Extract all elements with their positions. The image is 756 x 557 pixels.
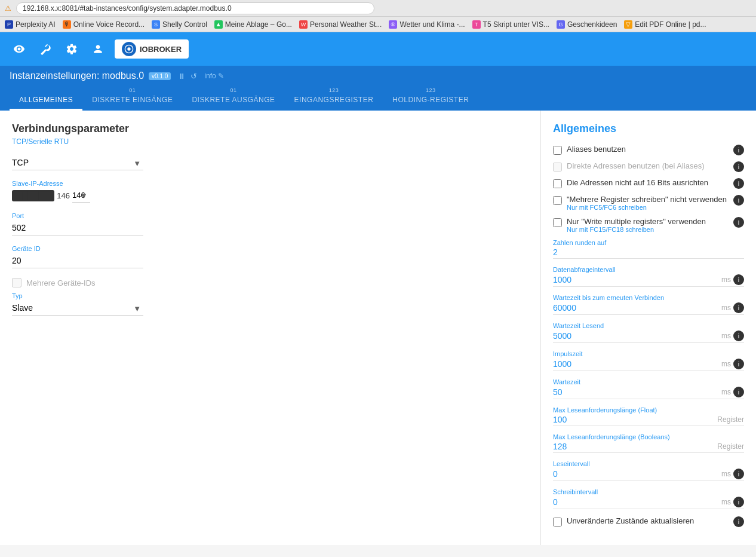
write-multiple-info-icon[interactable]: i	[733, 217, 744, 228]
typ-select[interactable]: Slave Master	[12, 301, 143, 316]
bookmark-perplexity[interactable]: P Perplexity AI	[5, 20, 56, 29]
right-panel: Allgemeines Aliases benutzen i Direkte A…	[541, 111, 756, 545]
max-booleans-value-line: 128 Register	[553, 442, 744, 453]
mehrere-register-row: "Mehrere Register schreiben" nicht verwe…	[553, 195, 744, 211]
refresh-icon[interactable]: ↺	[190, 72, 197, 81]
leseintervall-info-icon[interactable]: i	[733, 469, 744, 479]
impulszeit-value-line: 1000 ms i	[553, 359, 744, 371]
schreibintervall-label: Schreibintervall	[553, 488, 744, 495]
main-content: Verbindungsparameter TCP/Serielle RTU TC…	[0, 111, 756, 545]
tab-diskrete-eingaenge-label: DISKRETE EINGÄNGE	[92, 96, 173, 104]
zahlen-runden-label: Zahlen runden auf	[553, 239, 744, 246]
bookmark-shelly[interactable]: S Shelly Control	[152, 20, 207, 29]
schreibintervall-value-line: 0 ms i	[553, 497, 744, 509]
ip-select[interactable]: 146	[72, 188, 90, 203]
mehrere-register-info-icon[interactable]: i	[733, 195, 744, 206]
tab-holding-register[interactable]: 123 HOLDING-REGISTER	[383, 86, 478, 111]
version-badge: v0.1.0	[149, 72, 171, 80]
pause-icon[interactable]: ⏸	[178, 72, 186, 81]
geschenk-icon: G	[557, 20, 565, 29]
write-multiple-content: Nur "Write multiple registers" verwenden…	[567, 217, 729, 233]
direkte-info-icon[interactable]: i	[733, 161, 744, 172]
wrench-icon[interactable]	[36, 39, 55, 59]
bookmarks-bar: P Perplexity AI 🎙 Online Voice Record...…	[0, 17, 756, 32]
max-float-value-line: 100 Register	[553, 415, 744, 426]
browser-bar: ⚠ 192.168.x.x:8081/#tab-instances/config…	[0, 0, 756, 17]
bookmark-geschenk[interactable]: G Geschenkideen	[557, 20, 617, 29]
info-link[interactable]: info ✎	[204, 72, 224, 80]
zahlen-runden-value: 2	[553, 247, 744, 257]
direkte-checkbox[interactable]	[553, 163, 562, 172]
mehrere-geraete-checkbox[interactable]	[12, 278, 21, 287]
port-input[interactable]	[12, 221, 143, 235]
tcp-select[interactable]: TCP RTU ASCII	[12, 155, 143, 170]
write-multiple-label: Nur "Write multiple registers" verwenden	[567, 217, 706, 226]
adressen-label: Die Adressen nicht auf 16 Bits ausrichte…	[567, 178, 708, 187]
unveraenderte-content: Unveränderte Zustände aktualisieren	[567, 516, 729, 525]
tab-diskrete-eingaenge[interactable]: 01 DISKRETE EINGÄNGE	[82, 86, 182, 111]
aliases-checkbox[interactable]	[553, 146, 562, 155]
geraete-id-label: Geräte ID	[12, 245, 528, 252]
leseintervall-row: Leseintervall 0 ms i	[553, 460, 744, 481]
mehrere-geraete-group: Mehrere Geräte-IDs	[12, 278, 528, 287]
ip-hidden: ██████	[12, 190, 54, 201]
tab-diskrete-ausgaenge[interactable]: 01 DISKRETE AUSGÄNGE	[182, 86, 284, 111]
instance-title: Instanzeinstellungen: modbus.0	[10, 71, 144, 81]
impulszeit-info-icon[interactable]: i	[733, 359, 744, 369]
section-title: Verbindungsparameter	[12, 123, 528, 135]
settings-icon[interactable]	[62, 39, 81, 59]
tab-eingangsregister-label: EINGANGSREGISTER	[294, 96, 374, 104]
adressen-row: Die Adressen nicht auf 16 Bits ausrichte…	[553, 178, 744, 189]
url-bar[interactable]: 192.168.x.x:8081/#tab-instances/config/s…	[16, 2, 374, 14]
wartezeit-verbinden-row: Wartezeit bis zum erneuten Verbinden 600…	[553, 294, 744, 315]
tab-eingangsregister-badge: 123	[329, 87, 339, 93]
unveraenderte-info-icon[interactable]: i	[733, 516, 744, 527]
port-label: Port	[12, 212, 528, 219]
schreibintervall-info-icon[interactable]: i	[733, 497, 744, 507]
slave-ip-label: Slave-IP-Adresse	[12, 180, 528, 187]
wartezeit-lesend-value-line: 5000 ms i	[553, 330, 744, 343]
unveraenderte-label: Unveränderte Zustände aktualisieren	[567, 516, 694, 525]
aliases-info-icon[interactable]: i	[733, 145, 744, 155]
wartezeit-info-icon[interactable]: i	[733, 387, 744, 397]
mehrere-register-sub: Nur mit FC5/FC6 schreiben	[567, 204, 729, 211]
shelly-icon: S	[152, 20, 160, 29]
eye-icon[interactable]	[10, 39, 29, 59]
person-icon[interactable]	[88, 39, 107, 59]
pencil-icon[interactable]: ✎	[218, 72, 224, 80]
tcp-select-wrapper: TCP RTU ASCII ▼	[12, 155, 143, 170]
wartezeit-verbinden-info-icon[interactable]: i	[733, 302, 744, 313]
mehrere-register-checkbox[interactable]	[553, 196, 562, 205]
bookmark-voice[interactable]: 🎙 Online Voice Record...	[63, 20, 145, 29]
mehrere-register-content: "Mehrere Register schreiben" nicht verwe…	[567, 195, 729, 211]
bookmark-t5[interactable]: T T5 Skript unter VIS...	[472, 20, 549, 29]
tab-diskrete-ausgaenge-label: DISKRETE AUSGÄNGE	[192, 96, 275, 104]
leseintervall-label: Leseintervall	[553, 460, 744, 467]
unveraenderte-checkbox[interactable]	[553, 518, 562, 527]
bookmark-meine[interactable]: ▲ Meine Ablage – Go...	[214, 20, 292, 29]
bookmark-perplexity-label: Perplexity AI	[16, 20, 56, 29]
iobroker-button[interactable]: IOBROKER	[115, 39, 189, 59]
schreibintervall-value: 0	[553, 497, 719, 507]
datenabfrage-info-icon[interactable]: i	[733, 274, 744, 285]
perplexity-icon: P	[5, 20, 13, 29]
write-multiple-checkbox[interactable]	[553, 218, 562, 227]
geraete-id-group: Geräte ID	[12, 245, 528, 268]
bookmark-weather[interactable]: W Personal Weather St...	[299, 20, 382, 29]
bookmark-wetter[interactable]: ⑥ Wetter und Klima -...	[389, 20, 465, 29]
bookmark-edit[interactable]: ▽ Edit PDF Online | pd...	[624, 20, 706, 29]
wartezeit-verbinden-value-line: 60000 ms i	[553, 302, 744, 315]
wartezeit-lesend-info-icon[interactable]: i	[733, 330, 744, 341]
max-booleans-value: 128	[553, 442, 715, 451]
tab-eingangsregister[interactable]: 123 EINGANGSREGISTER	[285, 86, 383, 111]
leseintervall-unit: ms	[721, 470, 731, 478]
port-group: Port	[12, 212, 528, 235]
impulszeit-row: Impulszeit 1000 ms i	[553, 350, 744, 371]
zahlen-runden-value-line: 2	[553, 247, 744, 259]
adressen-checkbox[interactable]	[553, 179, 562, 188]
app-topbar: IOBROKER	[0, 32, 756, 66]
datenabfrage-unit: ms	[721, 276, 731, 284]
tab-allgemeines[interactable]: ALLGEMEINES	[10, 86, 82, 111]
adressen-info-icon[interactable]: i	[733, 178, 744, 189]
geraete-id-input[interactable]	[12, 253, 143, 268]
